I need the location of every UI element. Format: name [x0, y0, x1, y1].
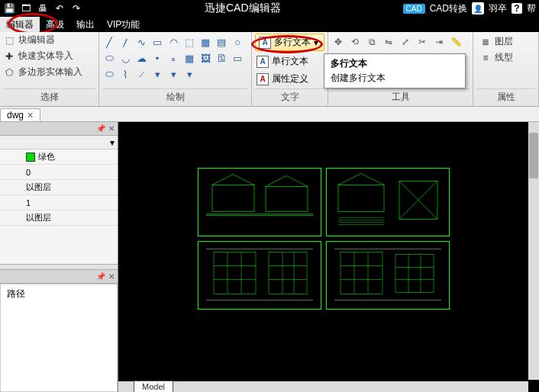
undo-icon[interactable]: ↶ — [53, 2, 66, 14]
poly-input-label: 多边形实体输入 — [18, 66, 82, 79]
user-icon[interactable]: 👤 — [472, 2, 484, 14]
layer-button[interactable]: ≣图层 — [479, 35, 532, 48]
single-text-button[interactable]: A单行文本 — [255, 54, 324, 69]
menu-vip[interactable]: VIP功能 — [101, 17, 146, 33]
arc-icon[interactable]: ◠ — [166, 35, 180, 49]
mtext-label: 多行文本 — [274, 36, 311, 49]
dot-icon[interactable]: ∘ — [166, 51, 180, 65]
prop-row[interactable]: 以图层 — [0, 180, 118, 195]
props-panel-header: 📌 ✕ — [0, 122, 118, 136]
xline-icon[interactable]: ⟋ — [134, 67, 148, 81]
saveall-icon[interactable]: 🗔 — [20, 2, 32, 14]
more2-icon[interactable]: ▾ — [166, 67, 180, 81]
close-icon[interactable]: ✕ — [27, 111, 34, 120]
prop-row[interactable]: 以图层 — [0, 210, 118, 226]
close-panel-icon[interactable]: ✕ — [108, 272, 115, 281]
svg-rect-4 — [338, 185, 384, 212]
prop-value: 0 — [23, 168, 118, 177]
move-icon[interactable]: ✥ — [331, 35, 345, 49]
redo-icon[interactable]: ↷ — [70, 2, 82, 14]
prop-row[interactable]: 0 — [0, 165, 118, 180]
line-icon[interactable]: ╱ — [102, 35, 116, 49]
prop-row[interactable]: 1 — [0, 195, 118, 210]
svg-rect-24 — [341, 252, 382, 294]
linetype-label: 线型 — [495, 51, 513, 64]
ribbon-text-panel: A多行文本▾ A单行文本 A属性定义 文字 — [252, 32, 328, 106]
help-icon[interactable]: ? — [512, 3, 522, 14]
point-icon[interactable]: • — [150, 51, 164, 65]
circle-icon[interactable]: ○ — [231, 35, 244, 49]
layer-icon: ≣ — [479, 36, 492, 48]
ribbon: ⬚块编辑器 ✚快速实体导入 ⬠多边形实体输入 选择 ╱ 〳 ∿ ▭ ◠ ⬚ ▦ … — [0, 32, 539, 107]
property-list: 绿色 0 以图层 1 以图层 — [0, 149, 118, 264]
scroll-thumb[interactable] — [529, 133, 538, 178]
hatch-icon[interactable]: ▤ — [215, 35, 228, 49]
drawing-cell — [326, 241, 450, 310]
ellipse2-icon[interactable]: ⬭ — [102, 67, 116, 81]
trim-icon[interactable]: ✂ — [415, 35, 429, 49]
menu-editor[interactable]: 编辑器 — [0, 17, 40, 33]
svg-rect-0 — [212, 185, 254, 212]
image2-icon[interactable]: 🖻 — [215, 51, 228, 65]
spline-icon[interactable]: ∿ — [134, 35, 148, 49]
linetype-icon: ≡ — [479, 52, 492, 64]
block-editor-button[interactable]: ⬚块编辑器 — [3, 34, 95, 47]
extend-icon[interactable]: ⇥ — [432, 35, 446, 49]
tool-panel-label: 工具 — [331, 88, 470, 106]
fast-entity-input-button[interactable]: ✚快速实体导入 — [3, 50, 95, 63]
quick-access-toolbar: 💾 🗔 🖶 ↶ ↷ — [3, 2, 82, 14]
help-label[interactable]: 帮 — [527, 2, 536, 15]
color-swatch — [26, 153, 35, 162]
save-icon[interactable]: 💾 — [3, 2, 15, 14]
mtext-button[interactable]: A多行文本▾ — [255, 34, 324, 51]
horizontal-scrollbar[interactable] — [118, 381, 528, 392]
cad-convert-button[interactable]: CAD转换 — [430, 2, 467, 15]
more3-icon[interactable]: ▾ — [182, 67, 196, 81]
polyline-icon[interactable]: 〳 — [118, 35, 132, 49]
ellipse-icon[interactable]: ⬭ — [102, 51, 116, 65]
mirror-icon[interactable]: ⇋ — [382, 35, 395, 49]
props-dropdown[interactable]: ▾ — [0, 136, 118, 149]
arc2-icon[interactable]: ◡ — [118, 51, 132, 65]
pin-icon[interactable]: 📌 — [96, 124, 105, 133]
rect-icon[interactable]: ▭ — [150, 35, 164, 49]
svg-rect-12 — [214, 252, 256, 294]
path-label: 路径 — [7, 288, 25, 299]
close-panel-icon[interactable]: ✕ — [108, 124, 115, 133]
app-title: 迅捷CAD编辑器 — [82, 2, 403, 15]
measure-icon[interactable]: 📏 — [449, 35, 463, 49]
fast-input-label: 快速实体导入 — [18, 50, 73, 63]
dashrect-icon[interactable]: ⬚ — [182, 35, 196, 49]
svg-rect-25 — [395, 255, 434, 293]
prop-value: 1 — [23, 198, 118, 207]
menu-advanced[interactable]: 高级 — [40, 17, 70, 33]
attrib-def-button[interactable]: A属性定义 — [255, 72, 324, 86]
block-editor-label: 块编辑器 — [18, 34, 55, 47]
print-icon[interactable]: 🖶 — [37, 2, 49, 14]
vertical-scrollbar[interactable] — [528, 122, 539, 380]
polygon-entity-input-button[interactable]: ⬠多边形实体输入 — [3, 66, 95, 79]
cad-badge[interactable]: CAD — [403, 4, 425, 14]
ribbon-select-panel: ⬚块编辑器 ✚快速实体导入 ⬠多边形实体输入 选择 — [0, 32, 99, 106]
menu-output[interactable]: 输出 — [70, 17, 101, 33]
cloud-icon[interactable]: ☁ — [134, 51, 148, 65]
panel-separator — [0, 264, 118, 270]
doc-tab[interactable]: dwg ✕ — [0, 108, 40, 121]
draw-panel-label: 绘制 — [102, 88, 248, 106]
pin-icon[interactable]: 📌 — [96, 272, 105, 281]
linetype-button[interactable]: ≡线型 — [479, 51, 532, 64]
prop-row[interactable]: 绿色 — [0, 149, 118, 165]
region-icon[interactable]: ▦ — [198, 35, 212, 49]
more1-icon[interactable]: ▾ — [150, 67, 164, 81]
polyline2-icon[interactable]: ⌇ — [118, 67, 132, 81]
copy-icon[interactable]: ⧉ — [365, 35, 379, 49]
rect2-icon[interactable]: ▭ — [231, 51, 244, 65]
attrib-icon: A — [257, 73, 269, 85]
grid-icon[interactable]: ▦ — [182, 51, 196, 65]
scale-icon[interactable]: ⤢ — [399, 35, 412, 49]
rotate-icon[interactable]: ⟲ — [348, 35, 362, 49]
stext-icon: A — [257, 56, 269, 68]
image-icon[interactable]: 🖼 — [198, 51, 212, 65]
drawing-canvas[interactable]: Model — [118, 122, 539, 392]
model-tab[interactable]: Model — [134, 381, 173, 392]
